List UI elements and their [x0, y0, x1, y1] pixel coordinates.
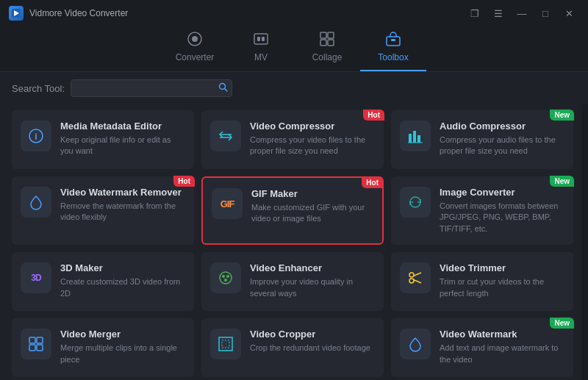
tool-icon-video-merger	[21, 329, 51, 359]
svg-rect-34	[37, 345, 43, 351]
svg-point-28	[409, 279, 414, 283]
tool-desc-video-watermark-remover: Remove the watermark from the video flex…	[60, 201, 185, 223]
svg-text:i: i	[35, 132, 37, 142]
tab-converter-label: Converter	[176, 52, 215, 62]
tool-text-video-compressor: Video CompressorCompress your video file…	[250, 121, 375, 157]
tool-name-video-merger: Video Merger	[60, 329, 185, 340]
tool-icon-video-watermark-remover	[21, 187, 51, 218]
tool-text-image-converter: Image ConverterConvert images formats be…	[440, 187, 564, 234]
maximize-btn[interactable]: □	[535, 5, 556, 21]
tool-text-video-trimmer: Video TrimmerTrim or cut your videos to …	[440, 262, 564, 299]
tool-desc-audio-compressor: Compress your audio files to the proper …	[440, 135, 564, 157]
tool-desc-image-converter: Convert images formats between JPG/JPEG,…	[440, 201, 564, 234]
search-button[interactable]	[218, 82, 228, 94]
tool-card-video-watermark[interactable]: NewVideo WatermarkAdd text and image wat…	[391, 318, 573, 377]
tool-card-image-converter[interactable]: NewImage ConverterConvert images formats…	[391, 176, 573, 245]
svg-rect-4	[254, 34, 268, 44]
tool-text-video-cropper: Video CropperCrop the redundant video fo…	[250, 329, 375, 354]
tool-text-video-merger: Video MergerMerge multiple clips into a …	[60, 329, 185, 365]
svg-rect-5	[257, 37, 260, 41]
svg-rect-33	[29, 345, 35, 351]
tool-icon-gif-maker: GIF	[212, 188, 243, 219]
search-input[interactable]	[71, 79, 232, 97]
tool-card-video-enhancer[interactable]: Video EnhancerImprove your video quality…	[201, 252, 384, 311]
tool-name-video-cropper: Video Cropper	[250, 329, 375, 340]
search-bar: Search Tool:	[0, 72, 588, 104]
tool-icon-video-compressor	[210, 121, 241, 151]
svg-line-30	[414, 280, 422, 284]
tool-card-video-cropper[interactable]: Video CropperCrop the redundant video fo…	[201, 318, 384, 377]
close-btn[interactable]: ✕	[559, 5, 579, 21]
restore-btn[interactable]: ❐	[465, 5, 485, 21]
scrollbar-track[interactable]	[582, 104, 588, 380]
badge-gif-maker: Hot	[362, 177, 383, 188]
collage-icon	[319, 31, 335, 49]
mv-icon	[253, 31, 269, 49]
title-bar-controls: ❐ ☰ — □ ✕	[465, 5, 579, 21]
badge-image-converter: New	[550, 176, 574, 187]
svg-rect-19	[409, 134, 412, 143]
tab-collage[interactable]: Collage	[294, 26, 360, 71]
title-bar-left: Vidmore Video Converter	[9, 6, 128, 21]
tool-icon-audio-compressor	[400, 121, 431, 151]
app-icon	[9, 6, 24, 21]
tab-mv-label: MV	[254, 52, 268, 62]
tool-icon-video-watermark	[400, 329, 431, 359]
tool-name-video-watermark: Video Watermark	[440, 329, 564, 340]
svg-point-25	[226, 275, 229, 278]
tool-card-video-merger[interactable]: Video MergerMerge multiple clips into a …	[12, 318, 194, 377]
tool-text-video-watermark: Video WatermarkAdd text and image waterm…	[440, 329, 564, 365]
search-input-wrap	[71, 79, 232, 97]
tab-mv[interactable]: MV	[228, 26, 294, 71]
tool-card-3d-maker[interactable]: 3D3D MakerCreate customized 3D video fro…	[12, 252, 194, 311]
converter-icon	[187, 31, 203, 49]
tool-icon-3d-maker: 3D	[21, 262, 51, 293]
svg-line-14	[225, 89, 228, 92]
svg-rect-6	[262, 37, 265, 41]
tool-name-3d-maker: 3D Maker	[60, 262, 185, 273]
nav-bar: Converter MV Collage	[0, 26, 588, 72]
badge-audio-compressor: New	[550, 110, 574, 121]
title-bar: Vidmore Video Converter ❐ ☰ — □ ✕	[0, 0, 588, 26]
svg-rect-32	[37, 337, 43, 343]
tool-text-gif-maker: GIF MakerMake customized GIF with your v…	[251, 188, 373, 225]
svg-rect-35	[219, 337, 232, 351]
badge-video-compressor: Hot	[363, 110, 384, 121]
svg-point-24	[222, 275, 225, 278]
tool-text-video-enhancer: Video EnhancerImprove your video quality…	[250, 262, 375, 299]
tool-card-video-compressor[interactable]: HotVideo CompressorCompress your video f…	[201, 110, 384, 169]
svg-rect-36	[222, 340, 229, 348]
tool-desc-gif-maker: Make customized GIF with your video or i…	[251, 202, 373, 225]
tool-name-media-metadata-editor: Media Metadata Editor	[60, 121, 185, 132]
tab-collage-label: Collage	[312, 52, 343, 62]
tools-grid-container: iMedia Metadata EditorKeep original file…	[0, 104, 582, 380]
badge-video-watermark-remover: Hot	[173, 176, 195, 187]
tool-card-media-metadata-editor[interactable]: iMedia Metadata EditorKeep original file…	[12, 110, 194, 169]
tab-converter[interactable]: Converter	[162, 26, 228, 71]
tool-card-video-trimmer[interactable]: Video TrimmerTrim or cut your videos to …	[391, 252, 573, 311]
tool-card-video-watermark-remover[interactable]: HotVideo Watermark RemoverRemove the wat…	[12, 176, 194, 245]
tool-text-audio-compressor: Audio CompressorCompress your audio file…	[440, 121, 564, 157]
tool-icon-image-converter	[400, 187, 431, 218]
tab-toolbox[interactable]: Toolbox	[360, 26, 426, 71]
tool-name-image-converter: Image Converter	[440, 187, 564, 198]
tool-icon-media-metadata-editor: i	[21, 121, 51, 151]
tool-name-gif-maker: GIF Maker	[251, 188, 373, 199]
tool-desc-video-watermark: Add text and image watermark to the vide…	[440, 343, 564, 365]
tool-desc-3d-maker: Create customized 3D video from 2D	[60, 276, 185, 299]
tool-icon-video-trimmer	[400, 262, 431, 293]
tab-toolbox-label: Toolbox	[378, 52, 408, 62]
minimize-btn[interactable]: —	[512, 5, 532, 21]
svg-rect-20	[413, 131, 416, 143]
tool-card-gif-maker[interactable]: HotGIFGIF MakerMake customized GIF with …	[201, 176, 384, 245]
tool-desc-video-compressor: Compress your video files to the proper …	[250, 135, 375, 157]
svg-rect-9	[320, 40, 326, 46]
tools-grid: iMedia Metadata EditorKeep original file…	[12, 110, 573, 377]
tool-name-video-trimmer: Video Trimmer	[440, 262, 564, 273]
badge-video-watermark: New	[550, 318, 574, 329]
menu-btn[interactable]: ☰	[488, 5, 509, 21]
tool-desc-video-cropper: Crop the redundant video footage	[250, 343, 375, 354]
tool-text-video-watermark-remover: Video Watermark RemoverRemove the waterm…	[60, 187, 185, 223]
tool-desc-video-merger: Merge multiple clips into a single piece	[60, 343, 185, 365]
tool-card-audio-compressor[interactable]: NewAudio CompressorCompress your audio f…	[391, 110, 573, 169]
